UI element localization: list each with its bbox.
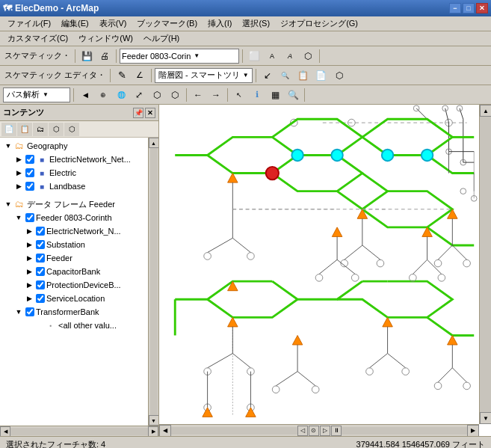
contents-scroll-track[interactable] bbox=[150, 148, 158, 415]
ct-btn-3[interactable]: 🗂 bbox=[33, 123, 48, 136]
toolbar-edit-btn-5[interactable]: 📋 bbox=[295, 67, 312, 84]
contents-hscroll-track[interactable] bbox=[10, 428, 148, 435]
feeder-electricnetwork-exp[interactable]: ▶ bbox=[24, 226, 34, 236]
contents-close-button[interactable]: ✕ bbox=[145, 108, 155, 118]
menu-insert[interactable]: 挿入(I) bbox=[203, 16, 236, 31]
feeder-electricnetwork-cb[interactable] bbox=[36, 227, 45, 236]
path-btn-right[interactable]: → bbox=[208, 87, 224, 103]
electric-checkbox[interactable] bbox=[25, 168, 34, 177]
path-btn-select[interactable]: ↖ bbox=[231, 87, 247, 103]
all-other-values-layer[interactable]: ▪ <all other valu... bbox=[0, 319, 148, 332]
geography-group[interactable]: ▼ 🗂 Geography bbox=[0, 139, 148, 153]
toolbar-btn-6[interactable]: ⬡ bbox=[300, 48, 316, 64]
toolbar-edit-btn-4[interactable]: 🔍 bbox=[277, 67, 294, 84]
protectiondevice-expander[interactable]: ▶ bbox=[24, 280, 34, 290]
menu-bookmark[interactable]: ブックマーク(B) bbox=[132, 16, 202, 31]
menu-view[interactable]: 表示(V) bbox=[95, 16, 132, 31]
electricnetwork-layer[interactable]: ▶ ■ ElectricNetwork_Net... bbox=[0, 153, 148, 166]
feeder-electricnetwork-layer[interactable]: ▶ ElectricNetwork_N... bbox=[0, 224, 148, 238]
contents-scroll-down[interactable]: ▼ bbox=[149, 415, 159, 426]
feeder0803-layer[interactable]: ▼ Feeder 0803-Corinth bbox=[0, 211, 148, 224]
map-nav-pause[interactable]: ⏸ bbox=[331, 426, 342, 436]
path-btn-info[interactable]: ℹ bbox=[249, 87, 265, 103]
servicelocation-layer[interactable]: ▶ ServiceLocation bbox=[0, 292, 148, 305]
menu-file[interactable]: ファイル(F) bbox=[3, 16, 55, 31]
path-btn-4[interactable]: ⬡ bbox=[149, 87, 165, 103]
protectiondevice-layer[interactable]: ▶ ProtectionDeviceB... bbox=[0, 278, 148, 292]
landbase-expander[interactable]: ▶ bbox=[13, 181, 24, 191]
path-btn-3[interactable]: ⤢ bbox=[131, 87, 147, 103]
feeder-dataframe-group[interactable]: ▼ 🗂 データ フレーム Feeder bbox=[0, 197, 148, 211]
electric-layer[interactable]: ▶ ■ Electric bbox=[0, 166, 148, 179]
capacitorbank-checkbox[interactable] bbox=[36, 267, 45, 276]
path-btn-5[interactable]: ▦ bbox=[267, 87, 283, 103]
substation-layer[interactable]: ▶ Substation bbox=[0, 238, 148, 251]
map-scroll-htrack[interactable] bbox=[171, 427, 297, 435]
map-scroll-up[interactable]: ▲ bbox=[480, 105, 491, 117]
path-btn-1[interactable]: ⊕ bbox=[95, 87, 111, 103]
menu-help[interactable]: ヘルプ(H) bbox=[139, 31, 184, 46]
path-btn-back[interactable]: ◀ bbox=[77, 87, 93, 103]
transformerbank-layer[interactable]: ▼ TransformerBank bbox=[0, 305, 148, 319]
path-btn-left[interactable]: ← bbox=[190, 87, 206, 103]
map-scroll-down[interactable]: ▼ bbox=[480, 412, 491, 424]
feeder0803-checkbox[interactable] bbox=[25, 213, 34, 222]
menu-customize[interactable]: カスタマイズ(C) bbox=[3, 31, 72, 46]
servicelocation-checkbox[interactable] bbox=[36, 294, 45, 303]
map-nav-3[interactable]: ▷ bbox=[320, 426, 330, 436]
menu-edit[interactable]: 編集(E) bbox=[57, 16, 93, 31]
minimize-button[interactable]: − bbox=[449, 3, 461, 13]
maximize-button[interactable]: □ bbox=[463, 3, 475, 13]
toolbar-edit-btn-1[interactable]: ✎ bbox=[114, 67, 130, 84]
ct-btn-1[interactable]: 📄 bbox=[1, 123, 16, 136]
transformerbank-checkbox[interactable] bbox=[25, 307, 34, 316]
feeder-dataframe-expander[interactable]: ▼ bbox=[3, 199, 13, 209]
electric-expander[interactable]: ▶ bbox=[13, 168, 24, 178]
capacitorbank-layer[interactable]: ▶ CapacitorBank bbox=[0, 265, 148, 278]
geography-expander[interactable]: ▼ bbox=[3, 141, 13, 151]
map-scroll-left[interactable]: ◀ bbox=[159, 425, 171, 437]
map-nav-2[interactable]: ⊙ bbox=[309, 426, 319, 436]
map-canvas[interactable] bbox=[159, 105, 479, 424]
path-btn-6[interactable]: 🔍 bbox=[285, 87, 301, 103]
electricnetwork-checkbox[interactable] bbox=[25, 155, 34, 164]
map-scroll-vtrack[interactable] bbox=[480, 117, 491, 412]
contents-pin-button[interactable]: 📌 bbox=[133, 108, 143, 118]
substation-expander[interactable]: ▶ bbox=[24, 239, 34, 250]
feeder0803-expander[interactable]: ▼ bbox=[13, 212, 24, 223]
menu-window[interactable]: ウィンドウ(W) bbox=[74, 31, 138, 46]
path-btn-zoom-out[interactable]: ⬡ bbox=[167, 87, 183, 103]
map-nav-1[interactable]: ◁ bbox=[297, 426, 308, 436]
landbase-checkbox[interactable] bbox=[25, 182, 34, 191]
menu-geoprocessing[interactable]: ジオプロセシング(G) bbox=[276, 16, 362, 31]
feeder-checkbox[interactable] bbox=[36, 254, 45, 263]
feeder-expander[interactable]: ▶ bbox=[24, 253, 34, 263]
toolbar-btn-5[interactable]: A bbox=[282, 48, 298, 64]
ct-btn-4[interactable]: ⬡ bbox=[49, 123, 64, 136]
contents-scroll-up[interactable]: ▲ bbox=[149, 138, 159, 148]
toolbar-edit-btn-3[interactable]: ↙ bbox=[259, 67, 276, 84]
toolbar-btn-4[interactable]: A bbox=[264, 48, 280, 64]
feeder-layer[interactable]: ▶ Feeder bbox=[0, 251, 148, 265]
toolbar-edit-btn-7[interactable]: ⬡ bbox=[331, 67, 348, 84]
toolbar-edit-btn-2[interactable]: ∠ bbox=[132, 67, 148, 84]
map-scroll-right[interactable]: ▶ bbox=[467, 425, 479, 437]
transformerbank-expander[interactable]: ▼ bbox=[13, 307, 24, 317]
map-scroll-htrack2[interactable] bbox=[342, 427, 468, 435]
toolbar-btn-2[interactable]: 🖨 bbox=[96, 48, 113, 64]
layer-dropdown[interactable]: 階層図 - スマートツリ ▼ bbox=[155, 68, 253, 83]
ct-btn-5[interactable]: ⬡ bbox=[64, 123, 79, 136]
contents-scroll-right[interactable]: ▶ bbox=[148, 426, 158, 437]
capacitorbank-expander[interactable]: ▶ bbox=[24, 266, 34, 277]
toolbar-btn-1[interactable]: 💾 bbox=[78, 48, 95, 64]
close-button[interactable]: ✕ bbox=[476, 3, 488, 13]
toolbar-btn-3[interactable]: ⬜ bbox=[246, 48, 262, 64]
path-btn-2[interactable]: 🌐 bbox=[113, 87, 129, 103]
servicelocation-expander[interactable]: ▶ bbox=[24, 293, 34, 304]
ct-btn-2[interactable]: 📋 bbox=[17, 123, 32, 136]
path-dropdown[interactable]: パス解析 ▼ bbox=[3, 88, 70, 102]
contents-scroll-left[interactable]: ◀ bbox=[0, 426, 10, 437]
substation-checkbox[interactable] bbox=[36, 240, 45, 249]
feeder-dropdown[interactable]: Feeder 0803-Corin ▼ bbox=[120, 49, 239, 64]
electricnetwork-expander[interactable]: ▶ bbox=[13, 154, 24, 165]
